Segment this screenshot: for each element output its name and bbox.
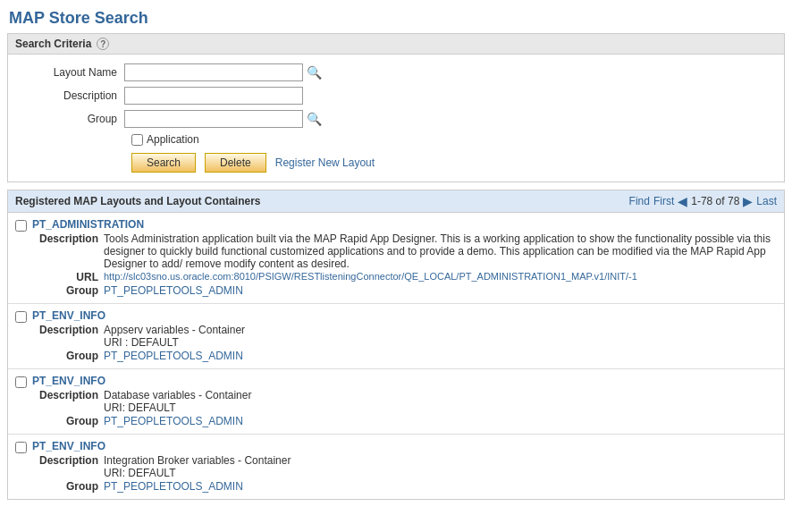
results-body: PT_ADMINISTRATION Description Tools Admi… — [8, 213, 784, 499]
description-detail-label: Description — [32, 324, 104, 336]
description-detail-label: Description — [32, 454, 104, 467]
row-name-link[interactable]: PT_ENV_INFO — [32, 440, 105, 452]
application-checkbox-row: Application — [131, 133, 766, 146]
group-detail-value[interactable]: PT_PEOPLETOOLS_ADMIN — [104, 480, 243, 493]
next-arrow[interactable]: ▶ — [743, 194, 753, 208]
group-detail-label: Group — [32, 350, 104, 362]
button-row: Search Delete Register New Layout — [131, 153, 766, 173]
description-detail-value: Integration Broker variables - Container… — [104, 454, 291, 479]
description-input[interactable] — [124, 87, 303, 105]
group-row: Group 🔍 — [26, 110, 766, 128]
group-detail-row: Group PT_PEOPLETOOLS_ADMIN — [32, 480, 777, 493]
results-header: Registered MAP Layouts and Layout Contai… — [8, 190, 784, 213]
description-detail-label: Description — [32, 389, 104, 401]
description-detail-row: Description Database variables - Contain… — [32, 389, 777, 414]
group-detail-value[interactable]: PT_PEOPLETOOLS_ADMIN — [104, 284, 243, 297]
search-criteria-label: Search Criteria — [15, 38, 91, 50]
search-form: Layout Name 🔍 Description Group 🔍 Applic… — [8, 55, 784, 182]
find-link[interactable]: Find — [629, 195, 650, 207]
results-section: Registered MAP Layouts and Layout Contai… — [7, 190, 785, 500]
description-detail-label: Description — [32, 232, 104, 245]
description-detail-row: Description Integration Broker variables… — [32, 454, 777, 479]
group-detail-value[interactable]: PT_PEOPLETOOLS_ADMIN — [104, 350, 243, 362]
layout-name-input[interactable] — [124, 63, 303, 81]
detail-table: Description Integration Broker variables… — [32, 454, 777, 493]
last-link[interactable]: Last — [756, 195, 777, 207]
table-row: PT_ENV_INFO Description Database variabl… — [8, 369, 784, 435]
row-checkbox[interactable] — [15, 442, 27, 453]
row-name-link[interactable]: PT_ADMINISTRATION — [32, 218, 144, 231]
group-detail-label: Group — [32, 480, 104, 493]
results-title: Registered MAP Layouts and Layout Contai… — [15, 195, 622, 207]
description-detail-row: Description Appserv variables - Containe… — [32, 324, 777, 349]
row-name-link[interactable]: PT_ENV_INFO — [32, 309, 105, 322]
layout-name-search-icon[interactable]: 🔍 — [307, 65, 322, 80]
page-title: MAP Store Search — [0, 0, 792, 33]
register-new-layout-link[interactable]: Register New Layout — [275, 156, 375, 169]
results-nav: Find First ◀ 1-78 of 78 ▶ Last — [629, 194, 777, 208]
group-detail-label: Group — [32, 284, 104, 297]
detail-table: Description Appserv variables - Containe… — [32, 324, 777, 362]
group-label: Group — [26, 113, 124, 125]
description-row: Description — [26, 87, 766, 105]
row-checkbox[interactable] — [15, 311, 27, 323]
group-input[interactable] — [124, 110, 303, 128]
group-detail-value[interactable]: PT_PEOPLETOOLS_ADMIN — [104, 415, 243, 427]
group-detail-row: Group PT_PEOPLETOOLS_ADMIN — [32, 350, 777, 362]
layout-name-row: Layout Name 🔍 — [26, 63, 766, 81]
group-search-icon[interactable]: 🔍 — [307, 112, 322, 126]
help-icon[interactable]: ? — [97, 38, 109, 50]
row-content: PT_ENV_INFO Description Integration Brok… — [32, 440, 777, 494]
description-detail-row: Description Tools Administration applica… — [32, 232, 777, 270]
layout-name-label: Layout Name — [26, 66, 124, 79]
delete-button[interactable]: Delete — [205, 153, 266, 173]
description-label: Description — [26, 89, 124, 102]
first-link[interactable]: First — [653, 195, 674, 207]
description-detail-value: Appserv variables - ContainerURI : DEFAU… — [104, 324, 245, 349]
table-row: PT_ENV_INFO Description Appserv variable… — [8, 304, 784, 369]
page-range: 1-78 of 78 — [691, 195, 739, 207]
url-detail-value: http://slc03sno.us.oracle.com:8010/PSIGW… — [104, 271, 637, 282]
url-detail-label: URL — [32, 271, 104, 283]
row-name-link[interactable]: PT_ENV_INFO — [32, 375, 105, 387]
row-checkbox[interactable] — [15, 376, 27, 388]
table-row: PT_ENV_INFO Description Integration Brok… — [8, 435, 784, 499]
application-checkbox[interactable] — [131, 134, 143, 146]
group-detail-row: Group PT_PEOPLETOOLS_ADMIN — [32, 284, 777, 297]
description-detail-value: Tools Administration application built v… — [104, 232, 777, 270]
group-detail-row: Group PT_PEOPLETOOLS_ADMIN — [32, 415, 777, 427]
search-criteria-header: Search Criteria ? — [8, 34, 784, 55]
group-detail-label: Group — [32, 415, 104, 427]
search-criteria-box: Search Criteria ? Layout Name 🔍 Descript… — [7, 33, 785, 182]
url-detail-row: URL http://slc03sno.us.oracle.com:8010/P… — [32, 271, 777, 283]
row-content: PT_ENV_INFO Description Database variabl… — [32, 375, 777, 428]
detail-table: Description Tools Administration applica… — [32, 232, 777, 297]
table-row: PT_ADMINISTRATION Description Tools Admi… — [8, 213, 784, 304]
description-detail-value: Database variables - ContainerURI: DEFAU… — [104, 389, 251, 414]
row-checkbox[interactable] — [15, 220, 27, 232]
row-content: PT_ADMINISTRATION Description Tools Admi… — [32, 218, 777, 298]
row-content: PT_ENV_INFO Description Appserv variable… — [32, 309, 777, 363]
prev-arrow[interactable]: ◀ — [678, 194, 687, 208]
application-label: Application — [147, 133, 199, 146]
detail-table: Description Database variables - Contain… — [32, 389, 777, 427]
search-button[interactable]: Search — [131, 153, 196, 173]
